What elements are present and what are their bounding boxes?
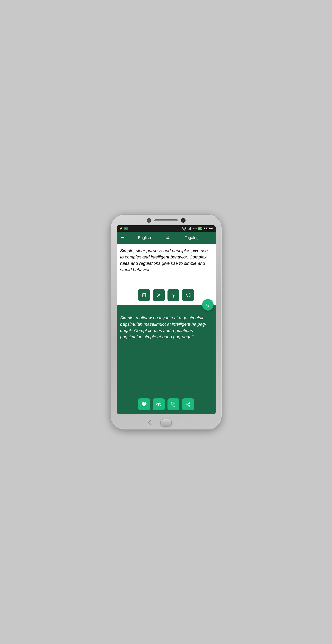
earpiece-speaker (154, 220, 178, 222)
clipboard-icon (142, 292, 147, 298)
svg-rect-21 (173, 404, 175, 406)
output-volume-icon (156, 402, 161, 407)
output-copy-button[interactable] (167, 398, 179, 410)
microphone-button[interactable] (167, 289, 179, 301)
svg-text:✦: ✦ (207, 305, 210, 308)
svg-line-26 (187, 403, 189, 404)
back-hardware-button[interactable] (148, 420, 153, 425)
copy-icon (171, 402, 176, 407)
wifi-icon (181, 226, 187, 231)
target-language-label[interactable]: Tagalog (172, 236, 212, 240)
svg-rect-3 (189, 228, 190, 230)
svg-rect-5 (191, 227, 191, 230)
usb-icon: ⚡ (119, 227, 123, 230)
volume-icon (185, 292, 191, 298)
status-bar: ⚡ (117, 225, 216, 232)
source-text[interactable]: Simple, clear purpose and principles giv… (117, 244, 216, 287)
svg-line-25 (187, 405, 189, 406)
battery-icon: ⚡ (198, 227, 202, 230)
signal-icon (188, 227, 191, 230)
svg-marker-17 (186, 294, 188, 296)
phone-top-hardware (111, 215, 221, 222)
phone-device: ⚡ (111, 215, 221, 429)
google-translate-icon: G ✦ (205, 302, 211, 308)
google-translate-fab[interactable]: G ✦ (202, 299, 214, 310)
phone-bottom-hardware (117, 416, 216, 429)
battery-percent: 92% (193, 227, 197, 230)
microphone-icon (171, 292, 176, 298)
source-language-label[interactable]: English (125, 236, 165, 240)
heart-icon (141, 402, 147, 407)
svg-marker-20 (157, 403, 159, 406)
svg-text:⚡: ⚡ (199, 228, 200, 230)
phone-screen: ⚡ (117, 225, 216, 414)
svg-rect-1 (188, 229, 188, 230)
input-area: Simple, clear purpose and principles giv… (117, 244, 216, 305)
svg-rect-14 (173, 293, 174, 296)
swap-languages-icon[interactable]: ⇄ (166, 235, 170, 240)
clipboard-button[interactable] (138, 289, 150, 301)
svg-rect-7 (202, 228, 202, 229)
speaker-button[interactable] (182, 289, 194, 301)
app-icon-target (124, 227, 128, 230)
output-speaker-button[interactable] (153, 398, 165, 410)
favorite-button[interactable] (138, 398, 150, 410)
target-inner (125, 228, 127, 230)
output-area: Simple, malinaw na layunin at mga simula… (117, 305, 216, 414)
home-hardware-button[interactable] (160, 419, 172, 426)
recents-hardware-button[interactable] (180, 421, 183, 424)
status-time: 1:31 PM (204, 227, 213, 230)
output-action-buttons (117, 396, 216, 414)
clear-button[interactable] (153, 289, 165, 301)
share-button[interactable] (182, 398, 194, 410)
hamburger-menu-icon[interactable]: ☰ (121, 236, 125, 240)
svg-rect-2 (189, 228, 189, 230)
input-action-buttons (117, 287, 216, 305)
front-camera-left (147, 218, 151, 222)
share-icon (185, 402, 191, 407)
front-camera-right (181, 218, 185, 222)
app-toolbar: ☰ English ⇄ Tagalog (117, 232, 216, 244)
translated-text: Simple, malinaw na layunin at mga simula… (117, 305, 216, 396)
status-right: 92% ⚡ 1:31 PM (181, 226, 213, 231)
close-icon (156, 292, 161, 298)
svg-point-0 (184, 230, 184, 230)
svg-rect-4 (190, 227, 191, 230)
status-left: ⚡ (119, 227, 128, 230)
